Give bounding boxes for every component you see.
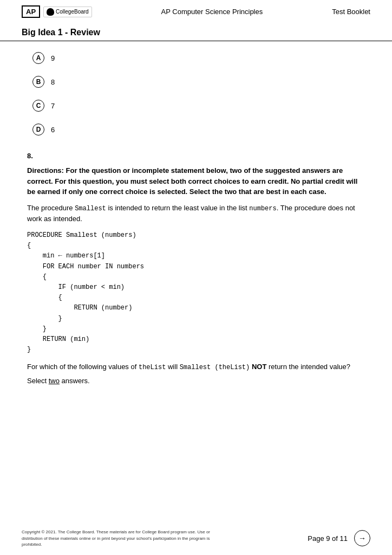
code-line-2: { [27, 241, 365, 251]
choice-a[interactable]: A 9 [32, 52, 360, 64]
header: AP CollegeBoard AP Computer Science Prin… [0, 0, 392, 23]
footer-right: Page 9 of 11 → [308, 530, 370, 546]
question-8-intro: The procedure Smallest is intended to re… [27, 203, 365, 224]
intro-code-smallest: Smallest [75, 205, 106, 212]
intro-text-1: The procedure [27, 204, 75, 212]
question-8-follow: For which of the following values of the… [27, 362, 365, 372]
code-line-6: IF (number < min) [27, 282, 365, 293]
code-line-12: } [27, 345, 365, 355]
header-title: AP Computer Science Principles [161, 8, 263, 16]
choice-b[interactable]: B 8 [32, 76, 360, 88]
code-line-3: min ← numbers[1] [27, 251, 365, 261]
choice-c[interactable]: C 7 [32, 100, 360, 112]
footer-copyright: Copyright © 2021. The College Board. The… [22, 529, 227, 547]
code-line-4: FOR EACH number IN numbers [27, 262, 365, 272]
select-label: Select [27, 377, 49, 385]
follow-text-2: will [166, 363, 179, 371]
cb-acorn-icon [47, 8, 54, 16]
choice-value-d: 6 [51, 126, 55, 134]
question-8-directions: Directions: For the question or incomple… [27, 165, 365, 197]
footer: Copyright © 2021. The College Board. The… [0, 521, 392, 555]
follow-text-3: NOT return the intended value? [250, 363, 350, 371]
choice-circle-d[interactable]: D [32, 124, 44, 135]
ap-text: AP [26, 8, 36, 16]
choice-circle-c[interactable]: C [32, 100, 44, 112]
next-arrow-icon: → [358, 534, 366, 543]
code-line-5: { [27, 272, 365, 282]
cb-logo: CollegeBoard [43, 7, 92, 17]
follow-code-smallest-call: Smallest (theList) [180, 364, 250, 371]
choice-circle-a[interactable]: A [32, 52, 44, 64]
code-line-8: RETURN (number) [27, 303, 365, 313]
header-right-label: Test Booklet [332, 8, 370, 16]
choices-section: A 9 B 8 C 7 D 6 [0, 52, 392, 135]
select-underline: two [49, 377, 60, 385]
question-8-number: 8. [27, 152, 365, 160]
directions-bold: Directions: For the question or incomple… [27, 166, 357, 196]
code-line-11: RETURN (min) [27, 334, 365, 345]
page-title: Big Idea 1 - Review [22, 28, 370, 37]
code-line-9: } [27, 314, 365, 324]
code-line-1: PROCEDURE Smallest (numbers) [27, 230, 365, 241]
intro-text-2: is intended to return the least value in… [106, 204, 250, 212]
choice-circle-b[interactable]: B [32, 76, 44, 88]
code-line-7: { [27, 293, 365, 303]
question-8-section: 8. Directions: For the question or incom… [0, 152, 392, 386]
title-section: Big Idea 1 - Review [0, 23, 392, 41]
header-logos: AP CollegeBoard [22, 5, 92, 18]
ap-logo: AP [22, 5, 40, 18]
choice-letter-b: B [36, 78, 41, 86]
follow-text-1: For which of the following values of [27, 363, 139, 371]
choice-value-a: 9 [51, 54, 55, 62]
choice-letter-d: D [36, 126, 41, 133]
choice-value-c: 7 [51, 102, 55, 110]
next-page-button[interactable]: → [354, 530, 370, 546]
code-line-10: } [27, 324, 365, 334]
follow-code-thelist: theList [139, 364, 166, 371]
select-end: answers. [60, 377, 90, 385]
select-note: Select two answers. [27, 376, 365, 386]
choice-d[interactable]: D 6 [32, 124, 360, 135]
code-block: PROCEDURE Smallest (numbers) { min ← num… [27, 228, 365, 357]
choice-letter-c: C [36, 102, 41, 109]
intro-code-numbers: numbers [249, 205, 276, 212]
choice-value-b: 8 [51, 78, 55, 86]
page-indicator: Page 9 of 11 [308, 534, 348, 543]
choice-letter-a: A [36, 54, 41, 62]
cb-label: CollegeBoard [56, 9, 89, 15]
